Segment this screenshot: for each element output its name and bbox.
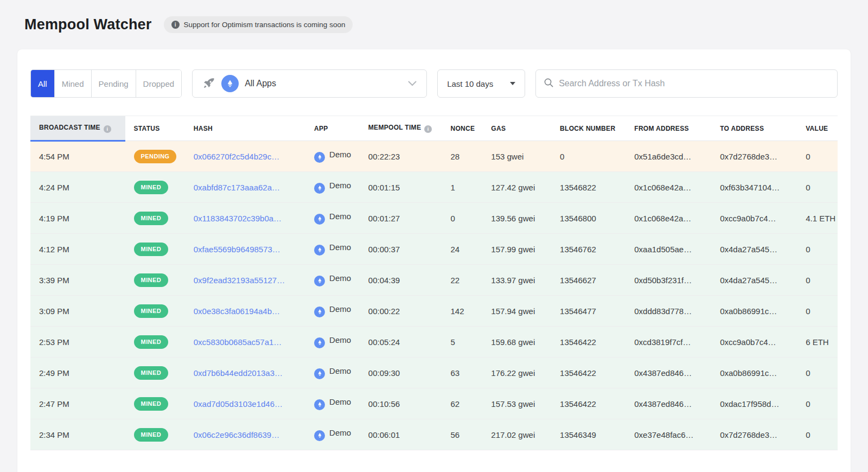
- tx-hash-link[interactable]: 0xad7d05d3103e1d46…: [194, 399, 283, 409]
- block-number-cell: 13546422: [551, 327, 626, 358]
- date-range-select[interactable]: Last 10 days: [437, 69, 525, 98]
- hash-cell: 0x066270f2c5d4b29c…: [185, 141, 305, 172]
- search-input[interactable]: [559, 79, 829, 88]
- tx-row: 2:53 PMMINED0xc5830b0685ac57a1…Demo00:05…: [30, 327, 838, 358]
- tab-all[interactable]: All: [31, 70, 55, 97]
- column-header-to-address[interactable]: TO ADDRESS: [711, 116, 797, 141]
- nonce-cell: 28: [442, 141, 483, 172]
- column-header-app[interactable]: APP: [305, 116, 360, 141]
- tx-hash-link[interactable]: 0x9f2ead32193a55127…: [194, 276, 285, 285]
- column-label: GAS: [491, 125, 506, 132]
- column-label: MEMPOOL TIME: [368, 124, 421, 131]
- from-address-cell: 0xaa1d505ae…: [626, 234, 711, 265]
- app-name: Demo: [329, 366, 351, 375]
- column-label: APP: [314, 125, 328, 132]
- broadcast-time-cell: 4:19 PM: [30, 203, 125, 234]
- block-number-cell: 13546822: [551, 172, 626, 203]
- broadcast-time-cell: 4:54 PM: [30, 141, 125, 172]
- hash-cell: 0xfae5569b96498573…: [185, 234, 305, 265]
- search-icon: [544, 78, 554, 90]
- column-header-status[interactable]: STATUS: [125, 116, 185, 141]
- from-address-cell: 0xd50b3f231f…: [626, 265, 711, 296]
- nonce-cell: 62: [442, 388, 483, 419]
- column-header-hash[interactable]: HASH: [185, 116, 305, 141]
- tx-hash-link[interactable]: 0x1183843702c39b0a…: [194, 214, 282, 223]
- gas-cell: 127.42 gwei: [482, 172, 551, 203]
- hash-cell: 0x06c2e96c36df8639…: [185, 419, 305, 450]
- to-address-cell: 0x4da27a545…: [711, 234, 797, 265]
- nonce-cell: 22: [442, 265, 483, 296]
- to-address-cell: 0xf63b347104…: [711, 172, 797, 203]
- tab-pending[interactable]: Pending: [92, 70, 136, 97]
- value-cell: 0: [797, 388, 838, 419]
- column-header-from-address[interactable]: FROM ADDRESS: [626, 116, 711, 141]
- gas-cell: 157.99 gwei: [482, 234, 551, 265]
- status-cell: MINED: [125, 234, 185, 265]
- column-header-value[interactable]: VALUE: [797, 116, 838, 141]
- tx-hash-link[interactable]: 0xfae5569b96498573…: [194, 245, 280, 254]
- to-address-cell: 0xcc9a0b7c4…: [711, 203, 797, 234]
- block-number-cell: 13546422: [551, 388, 626, 419]
- block-number-cell: 13546477: [551, 296, 626, 327]
- app-cell: Demo: [305, 234, 360, 265]
- broadcast-time-cell: 2:47 PM: [30, 388, 125, 419]
- search-box: [535, 69, 838, 98]
- column-label: STATUS: [134, 125, 160, 132]
- tx-hash-link[interactable]: 0x0e38c3fa06194a4b…: [194, 307, 280, 316]
- toolbar: All Mined Pending Dropped: [30, 69, 838, 98]
- tab-mined[interactable]: Mined: [55, 70, 92, 97]
- column-label: VALUE: [806, 125, 828, 132]
- column-header-nonce[interactable]: NONCE: [442, 116, 483, 141]
- ethereum-icon: [314, 368, 325, 379]
- gas-cell: 217.02 gwei: [482, 419, 551, 450]
- hash-cell: 0x9f2ead32193a55127…: [185, 265, 305, 296]
- status-badge: MINED: [134, 243, 168, 256]
- status-badge: MINED: [134, 428, 168, 442]
- ethereum-icon: [221, 75, 239, 92]
- from-address-cell: 0x1c068e42a…: [626, 203, 711, 234]
- tx-hash-link[interactable]: 0xabfd87c173aaa62a…: [194, 183, 280, 192]
- hash-cell: 0xad7d05d3103e1d46…: [185, 388, 305, 419]
- column-label: BROADCAST TIME: [39, 124, 100, 131]
- nonce-cell: 5: [442, 327, 483, 358]
- app-name: Demo: [329, 212, 351, 221]
- tx-hash-link[interactable]: 0x06c2e96c36df8639…: [194, 430, 279, 439]
- nonce-cell: 56: [442, 419, 483, 450]
- app-cell: Demo: [305, 203, 360, 234]
- column-header-gas[interactable]: GAS: [482, 116, 551, 141]
- status-cell: MINED: [125, 358, 185, 388]
- column-label: NONCE: [451, 125, 475, 132]
- app-name: Demo: [329, 428, 351, 437]
- tab-dropped[interactable]: Dropped: [136, 70, 182, 97]
- app-filter-select[interactable]: All Apps: [192, 69, 427, 98]
- column-header-mempool-time[interactable]: MEMPOOL TIMEi: [360, 116, 442, 141]
- nonce-cell: 142: [442, 296, 483, 327]
- gas-cell: 157.53 gwei: [482, 388, 551, 419]
- tx-hash-link[interactable]: 0xd7b6b44edd2013a3…: [194, 368, 283, 378]
- tx-hash-link[interactable]: 0x066270f2c5d4b29c…: [194, 152, 279, 161]
- app-name: Demo: [329, 304, 351, 314]
- to-address-cell: 0xa0b86991c…: [711, 296, 797, 327]
- status-cell: MINED: [125, 327, 185, 358]
- block-number-cell: 13546349: [551, 419, 626, 450]
- block-number-cell: 0: [551, 141, 626, 172]
- ethereum-icon: [314, 430, 325, 441]
- tx-row: 3:09 PMMINED0x0e38c3fa06194a4b…Demo00:00…: [30, 296, 838, 327]
- status-cell: MINED: [125, 296, 185, 327]
- date-range-value: Last 10 days: [447, 79, 493, 88]
- value-cell: 0: [797, 296, 838, 327]
- nonce-cell: 1: [442, 172, 483, 203]
- column-header-block-number[interactable]: BLOCK NUMBER: [551, 116, 626, 141]
- to-address-cell: 0xdac17f958d…: [711, 388, 797, 419]
- gas-cell: 153 gwei: [482, 141, 551, 172]
- nonce-cell: 63: [442, 358, 483, 388]
- mempool-time-cell: 00:01:15: [360, 172, 442, 203]
- column-header-broadcast-time[interactable]: BROADCAST TIMEi: [30, 116, 125, 141]
- tx-hash-link[interactable]: 0xc5830b0685ac57a1…: [194, 337, 282, 347]
- app-name: Demo: [329, 397, 351, 406]
- hash-cell: 0xd7b6b44edd2013a3…: [185, 358, 305, 388]
- to-address-cell: 0x7d2768de3…: [711, 141, 797, 172]
- page-header: Mempool Watcher i Support for Optimism t…: [17, 16, 851, 33]
- app-cell: Demo: [305, 358, 360, 388]
- block-number-cell: 13546627: [551, 265, 626, 296]
